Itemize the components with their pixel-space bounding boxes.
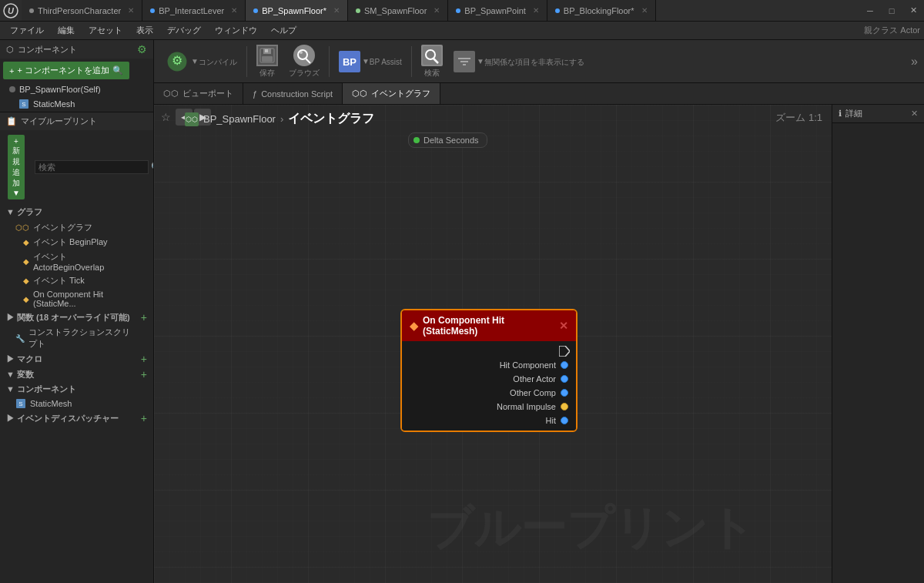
filter-button[interactable]: ▼ 無関係な項目を非表示にする — [449, 49, 589, 74]
bp-item-construction[interactable]: 🔧 コンストラクションスクリプト — [0, 325, 153, 351]
node-close-button[interactable]: ✕ — [559, 320, 568, 332]
dispatchers-row: ▶ イベントディスパッチャー + — [0, 410, 153, 426]
tab-close-icon[interactable]: ✕ — [333, 6, 340, 15]
bp-item-componenthit[interactable]: ◆ On Component Hit (StaticMe... — [0, 288, 153, 310]
exec-pin-icon — [559, 346, 570, 357]
functions-row: ▶ 関数 (18 オーバーライド可能) + — [0, 310, 153, 325]
bp-item-beginplay[interactable]: ◆ イベント BeginPlay — [0, 235, 153, 250]
bp-staticmesh-item[interactable]: S StaticMesh — [0, 397, 153, 410]
breadcrumb-bp-icon: ⬡⬡ — [185, 112, 199, 126]
node-pin-hit: Hit — [402, 414, 576, 427]
add-component-button[interactable]: + + コンポーネントを追加 🔍 — [3, 62, 129, 79]
bp-search-input[interactable] — [35, 160, 149, 174]
more-button[interactable]: » — [911, 55, 918, 69]
left-panel: ⬡ コンポーネント ⚙ + + コンポーネントを追加 🔍 BP_SpawnFlo… — [0, 40, 154, 583]
event-componenthit-label: On Component Hit (StaticMe... — [33, 290, 138, 308]
viewport-icon: ⬡⬡ — [163, 89, 179, 99]
tab-interactlever[interactable]: BP_InteractLever ✕ — [142, 0, 246, 21]
component-self[interactable]: BP_SpawnFloor(Self) — [0, 82, 153, 96]
tab-eventgraph[interactable]: ⬡⬡ イベントグラフ — [343, 83, 440, 104]
zoom-label: ズーム 1:1 — [775, 111, 822, 125]
tab-label: BP_BlockingFloor* — [564, 6, 634, 15]
menu-edit[interactable]: 編集 — [52, 23, 81, 38]
tab-dot — [456, 8, 460, 13]
components-label: コンポーネント — [18, 44, 77, 55]
svg-marker-25 — [559, 346, 570, 357]
bp-add-button[interactable]: + 新規追加▼ — [8, 135, 25, 199]
components-settings-icon[interactable]: ⚙ — [137, 43, 147, 55]
construction-icon: 🔧 — [15, 334, 25, 343]
bp-item-actoroverlap[interactable]: ◆ イベント ActorBeginOverlap — [0, 250, 153, 273]
save-button[interactable]: 保存 — [252, 43, 283, 80]
tab-close-icon[interactable]: ✕ — [231, 6, 237, 15]
delta-seconds-node: Delta Seconds — [408, 132, 487, 148]
component-self-label: BP_SpawnFloor(Self) — [19, 85, 101, 94]
menu-asset[interactable]: アセット — [82, 23, 129, 38]
pin-label-hit-component: Hit Component — [500, 360, 556, 370]
bp-assist-button[interactable]: BP ▼ BP Assist — [334, 49, 407, 74]
menu-file[interactable]: ファイル — [4, 23, 50, 38]
tab-viewport[interactable]: ⬡⬡ ビューポート — [154, 83, 243, 104]
details-close-button[interactable]: ✕ — [911, 109, 918, 119]
search-icon — [421, 45, 443, 66]
svg-text:S: S — [22, 101, 25, 108]
bp-item-tick[interactable]: ◆ イベント Tick — [0, 273, 153, 288]
tab-spawnfloor[interactable]: BP_SpawnFloor* ✕ — [246, 0, 348, 21]
content-tabs: ⬡⬡ ビューポート ƒ Construction Script ⬡⬡ イベントグ… — [154, 83, 924, 105]
menu-debug[interactable]: デバッグ — [161, 23, 207, 38]
search-button[interactable]: 検索 — [417, 43, 447, 80]
node-pin-hit-component: Hit Component — [402, 358, 576, 372]
tab-label: BP_InteractLever — [159, 6, 224, 15]
on-component-hit-node[interactable]: ◆ On Component Hit (StaticMesh) ✕ — [400, 309, 578, 432]
graph-tab-icon: ⬡⬡ — [352, 89, 367, 99]
tab-label: BP_SpawnPoint — [464, 6, 526, 15]
svg-text:BP: BP — [343, 56, 357, 68]
dispatchers-add-icon[interactable]: + — [141, 412, 147, 424]
menu-window[interactable]: ウィンドウ — [209, 23, 263, 38]
construction-tab-label: Construction Script — [261, 89, 333, 99]
event-icon: ◆ — [23, 257, 29, 266]
event-graph-icon: ⬡⬡ — [15, 223, 29, 232]
graph-group-label[interactable]: ▼ グラフ — [0, 204, 153, 220]
tab-close-icon[interactable]: ✕ — [128, 6, 134, 15]
svg-text:S: S — [18, 400, 22, 407]
functions-add-icon[interactable]: + — [141, 311, 147, 323]
tab-close-icon[interactable]: ✕ — [641, 6, 648, 15]
macros-add-icon[interactable]: + — [141, 353, 147, 365]
bp-item-eventgraph[interactable]: ⬡⬡ イベントグラフ — [0, 220, 153, 235]
tab-sm-spawnfloor[interactable]: SM_SpawnFloor ✕ — [348, 0, 448, 21]
mybp-header[interactable]: 📋 マイブループリント — [0, 112, 153, 130]
tab-close-icon[interactable]: ✕ — [434, 6, 440, 15]
filter-icon — [454, 51, 475, 72]
browse-button[interactable]: ブラウズ — [284, 43, 324, 80]
toolbar-sep2 — [329, 46, 330, 77]
search-icon: 🔍 — [151, 162, 153, 173]
details-panel: ℹ 詳細 ✕ — [832, 105, 924, 583]
construction-label: コンストラクションスクリプト — [28, 327, 138, 350]
compile-button[interactable]: ⚙ ▼ コンパイル — [160, 48, 242, 75]
close-button[interactable]: ✕ — [902, 0, 924, 22]
tab-close-icon[interactable]: ✕ — [533, 6, 539, 15]
variables-add-icon[interactable]: + — [141, 368, 147, 380]
toolbar-inner: ⚙ ▼ コンパイル — [160, 43, 589, 80]
tab-thirdperson[interactable]: ThirdPersonCharacter ✕ — [22, 0, 142, 21]
pin-normal-impulse-dot — [561, 403, 568, 410]
maximize-button[interactable]: □ — [881, 0, 902, 22]
minimize-button[interactable]: ─ — [859, 0, 881, 22]
component-staticmesh[interactable]: S StaticMesh — [0, 96, 153, 112]
bp-staticmesh-label: StaticMesh — [30, 399, 72, 408]
tab-blockingfloor[interactable]: BP_BlockingFloor* ✕ — [547, 0, 656, 21]
favorite-button[interactable]: ☆ — [157, 109, 174, 126]
node-pin-other-comp: Other Comp — [402, 386, 576, 400]
graph-area[interactable]: ☆ ◀ ▶ ⬡⬡ BP_SpawnFloor › イベントグラフ ズーム 1:1… — [154, 105, 832, 583]
svg-text:U: U — [8, 6, 15, 15]
menu-view[interactable]: 表示 — [130, 23, 159, 38]
component-dot — [9, 86, 15, 92]
tab-construction[interactable]: ƒ Construction Script — [243, 83, 343, 104]
menu-help[interactable]: ヘルプ — [265, 23, 303, 38]
details-header: ℹ 詳細 ✕ — [832, 105, 924, 123]
breadcrumb-arrow: › — [280, 113, 283, 125]
bp-add-label: + 新規追加▼ — [12, 137, 20, 197]
construction-tab-icon: ƒ — [253, 89, 257, 99]
tab-spawnpoint[interactable]: BP_SpawnPoint ✕ — [448, 0, 547, 21]
